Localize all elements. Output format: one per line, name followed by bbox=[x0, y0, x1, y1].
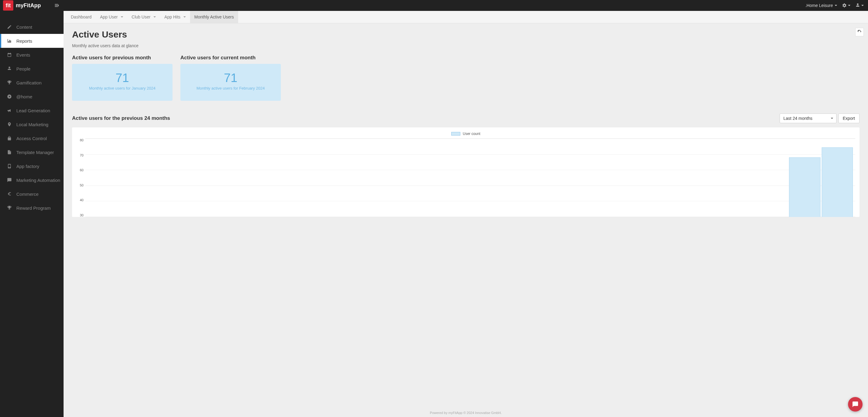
chart-bar bbox=[789, 157, 820, 217]
chevron-down-icon bbox=[183, 17, 186, 18]
user-menu-button[interactable] bbox=[855, 3, 864, 8]
sidebar-item-label: App factory bbox=[17, 164, 39, 169]
legend-swatch-icon bbox=[451, 132, 460, 135]
chart-bar bbox=[822, 148, 853, 217]
tab-label: App User bbox=[100, 14, 118, 19]
sidebar-toggle-icon[interactable] bbox=[54, 3, 60, 8]
sidebar-item-label: Events bbox=[17, 52, 30, 58]
tab-club-user[interactable]: Club User bbox=[127, 11, 160, 23]
chart-heading: Active users for the previous 24 months bbox=[72, 115, 170, 121]
tab-bar: DashboardApp UserClub UserApp HitsMonthl… bbox=[64, 11, 868, 23]
calendar-icon bbox=[7, 52, 12, 58]
sidebar-item-commerce[interactable]: Commerce bbox=[0, 187, 64, 201]
tab-dashboard[interactable]: Dashboard bbox=[67, 11, 96, 23]
y-tick-label: 50 bbox=[80, 183, 84, 187]
stat-curr-label: Monthly active users for February 2024 bbox=[183, 86, 278, 91]
y-tick-label: 80 bbox=[80, 138, 84, 142]
sidebar-item-local-marketing[interactable]: Local Marketing bbox=[0, 118, 64, 131]
sidebar-item-app-factory[interactable]: App factory bbox=[0, 159, 64, 173]
range-select-label: Last 24 months bbox=[783, 116, 813, 121]
sidebar-item-label: @home bbox=[17, 94, 32, 99]
sidebar-item-label: Content bbox=[17, 25, 32, 30]
sidebar-item-reports[interactable]: Reports bbox=[0, 34, 64, 48]
sidebar: ContentReportsEventsPeopleGamification@h… bbox=[0, 11, 64, 417]
y-tick-label: 30 bbox=[80, 213, 84, 217]
sidebar-item-label: Access Control bbox=[17, 136, 47, 141]
trophy-icon bbox=[7, 80, 12, 85]
sidebar-item-label: Reward Program bbox=[17, 205, 51, 211]
mobile-icon bbox=[7, 163, 12, 169]
sidebar-item-marketing-automation[interactable]: Marketing Automation bbox=[0, 173, 64, 187]
refresh-button[interactable] bbox=[855, 28, 864, 36]
tab-label: Monthly Active Users bbox=[194, 14, 234, 19]
bar-chart-icon bbox=[7, 38, 12, 43]
tab-label: App Hits bbox=[164, 14, 180, 19]
org-selector[interactable]: .Home Leisure bbox=[805, 3, 837, 8]
chart-plot bbox=[85, 138, 855, 217]
sidebar-item-label: Marketing Automation bbox=[17, 178, 60, 183]
chart-legend: User count bbox=[76, 132, 855, 136]
sidebar-item-label: Template Manager bbox=[17, 150, 54, 155]
chart-y-axis: 807060504030 bbox=[76, 138, 85, 217]
user-icon bbox=[7, 66, 12, 71]
page-subtitle: Monthly active users data at glance bbox=[72, 43, 860, 48]
sidebar-item-label: Reports bbox=[17, 38, 32, 43]
stat-curr-value: 71 bbox=[183, 71, 278, 85]
logo-badge: fit bbox=[3, 0, 13, 10]
chevron-down-icon bbox=[848, 5, 850, 6]
euro-icon bbox=[7, 191, 12, 197]
settings-button[interactable] bbox=[842, 3, 850, 8]
lock-icon bbox=[7, 135, 12, 141]
chevron-down-icon bbox=[835, 5, 837, 6]
y-tick-label: 70 bbox=[80, 153, 84, 157]
sidebar-item-people[interactable]: People bbox=[0, 62, 64, 76]
trophy-icon bbox=[7, 205, 12, 211]
legend-label: User count bbox=[463, 132, 480, 136]
sidebar-item-reward-program[interactable]: Reward Program bbox=[0, 201, 64, 215]
pencil-icon bbox=[7, 24, 12, 30]
stat-prev-value: 71 bbox=[75, 71, 169, 85]
stat-prev-label: Monthly active users for January 2024 bbox=[75, 86, 169, 91]
sidebar-item-label: Commerce bbox=[17, 192, 38, 197]
file-icon bbox=[7, 150, 12, 155]
bullhorn-icon bbox=[7, 108, 12, 113]
range-select[interactable]: Last 24 months bbox=[780, 114, 837, 123]
chevron-down-icon bbox=[861, 5, 864, 6]
card-prev-heading: Active users for previous month bbox=[72, 55, 173, 61]
sidebar-item--home[interactable]: @home bbox=[0, 90, 64, 103]
app-name: myFitApp bbox=[16, 2, 41, 9]
card-curr-heading: Active users for current month bbox=[180, 55, 281, 61]
chevron-down-icon bbox=[153, 17, 156, 18]
comment-icon bbox=[7, 177, 12, 183]
tab-label: Club User bbox=[132, 14, 150, 19]
export-button[interactable]: Export bbox=[838, 114, 860, 123]
sidebar-item-template-manager[interactable]: Template Manager bbox=[0, 145, 64, 159]
chat-fab-button[interactable] bbox=[848, 397, 863, 412]
map-pin-icon bbox=[7, 122, 12, 127]
y-tick-label: 60 bbox=[80, 168, 84, 172]
tab-monthly-active-users[interactable]: Monthly Active Users bbox=[190, 11, 238, 23]
page-title: Active Users bbox=[72, 29, 860, 40]
sidebar-item-events[interactable]: Events bbox=[0, 48, 64, 62]
sidebar-item-label: Local Marketing bbox=[17, 122, 49, 127]
org-name-label: .Home Leisure bbox=[805, 3, 833, 8]
sidebar-item-access-control[interactable]: Access Control bbox=[0, 131, 64, 145]
sidebar-item-label: Lead Generation bbox=[17, 108, 50, 113]
chevron-down-icon bbox=[831, 118, 833, 119]
chart-panel: User count 807060504030 bbox=[72, 127, 860, 217]
stat-card-curr: 71 Monthly active users for February 202… bbox=[180, 64, 281, 101]
tab-app-user[interactable]: App User bbox=[96, 11, 127, 23]
stat-card-prev: 71 Monthly active users for January 2024 bbox=[72, 64, 173, 101]
tab-app-hits[interactable]: App Hits bbox=[160, 11, 190, 23]
footer-text: Powered by myFitApp © 2024 Innovatise Gm… bbox=[64, 409, 868, 417]
sidebar-item-label: Gamification bbox=[17, 80, 41, 85]
tab-label: Dashboard bbox=[71, 14, 92, 19]
sidebar-item-content[interactable]: Content bbox=[0, 20, 64, 34]
play-circle-icon bbox=[7, 94, 12, 99]
y-tick-label: 40 bbox=[80, 198, 84, 202]
sidebar-item-lead-generation[interactable]: Lead Generation bbox=[0, 103, 64, 118]
header-bar: fit myFitApp .Home Leisure bbox=[0, 0, 868, 11]
chevron-down-icon bbox=[121, 17, 123, 18]
sidebar-item-label: People bbox=[17, 66, 31, 71]
sidebar-item-gamification[interactable]: Gamification bbox=[0, 76, 64, 90]
